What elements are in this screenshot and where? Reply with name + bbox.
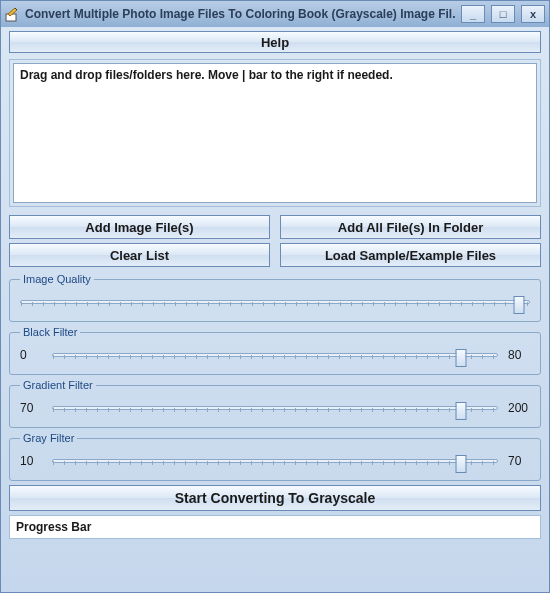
add-image-files-label: Add Image File(s) xyxy=(85,220,193,235)
gradient-filter-right-value: 200 xyxy=(508,401,530,415)
gray-filter-group: Gray Filter 10 70 xyxy=(9,432,541,481)
black-filter-slider[interactable] xyxy=(52,344,498,366)
window-title: Convert Multiple Photo Image Files To Co… xyxy=(25,7,455,21)
black-filter-row: 0 80 xyxy=(20,344,530,366)
image-quality-group: Image Quality xyxy=(9,273,541,322)
black-filter-right-value: 80 xyxy=(508,348,530,362)
add-all-files-in-folder-label: Add All File(s) In Folder xyxy=(338,220,483,235)
image-quality-slider[interactable] xyxy=(20,291,530,313)
gradient-filter-left-value: 70 xyxy=(20,401,42,415)
maximize-button[interactable]: □ xyxy=(491,5,515,23)
titlebar: Convert Multiple Photo Image Files To Co… xyxy=(1,1,549,27)
gray-filter-right-value: 70 xyxy=(508,454,530,468)
black-filter-left-value: 0 xyxy=(20,348,42,362)
start-converting-button[interactable]: Start Converting To Grayscale xyxy=(9,485,541,511)
gradient-filter-row: 70 200 xyxy=(20,397,530,419)
gray-filter-row: 10 70 xyxy=(20,450,530,472)
drop-hint: Drag and drop files/folders here. Move |… xyxy=(20,68,393,82)
image-quality-row xyxy=(20,291,530,313)
clear-list-label: Clear List xyxy=(110,248,169,263)
black-filter-legend: Black Filter xyxy=(20,326,80,338)
client-area: Help Drag and drop files/folders here. M… xyxy=(1,27,549,547)
file-drop-area[interactable]: Drag and drop files/folders here. Move |… xyxy=(13,63,537,203)
gradient-filter-slider[interactable] xyxy=(52,397,498,419)
drop-panel: Drag and drop files/folders here. Move |… xyxy=(9,59,541,207)
gray-filter-slider[interactable] xyxy=(52,450,498,472)
clear-list-button[interactable]: Clear List xyxy=(9,243,270,267)
add-all-files-in-folder-button[interactable]: Add All File(s) In Folder xyxy=(280,215,541,239)
app-window: Convert Multiple Photo Image Files To Co… xyxy=(0,0,550,593)
help-label: Help xyxy=(261,35,289,50)
start-panel: Start Converting To Grayscale xyxy=(9,485,541,511)
close-button[interactable]: x xyxy=(521,5,545,23)
progress-label: Progress Bar xyxy=(16,520,91,534)
black-filter-thumb[interactable] xyxy=(456,349,467,367)
load-sample-files-label: Load Sample/Example Files xyxy=(325,248,496,263)
progress-bar: Progress Bar xyxy=(9,515,541,539)
image-quality-legend: Image Quality xyxy=(20,273,94,285)
gray-filter-left-value: 10 xyxy=(20,454,42,468)
black-filter-group: Black Filter 0 80 xyxy=(9,326,541,375)
gradient-filter-thumb[interactable] xyxy=(456,402,467,420)
action-buttons: Add Image File(s) Add All File(s) In Fol… xyxy=(9,215,541,267)
load-sample-files-button[interactable]: Load Sample/Example Files xyxy=(280,243,541,267)
gray-filter-legend: Gray Filter xyxy=(20,432,77,444)
gradient-filter-legend: Gradient Filter xyxy=(20,379,96,391)
image-quality-thumb[interactable] xyxy=(513,296,524,314)
add-image-files-button[interactable]: Add Image File(s) xyxy=(9,215,270,239)
help-button[interactable]: Help xyxy=(9,31,541,53)
gray-filter-thumb[interactable] xyxy=(456,455,467,473)
gradient-filter-group: Gradient Filter 70 200 xyxy=(9,379,541,428)
app-icon xyxy=(5,6,21,22)
minimize-button[interactable]: _ xyxy=(461,5,485,23)
start-converting-label: Start Converting To Grayscale xyxy=(175,490,375,506)
